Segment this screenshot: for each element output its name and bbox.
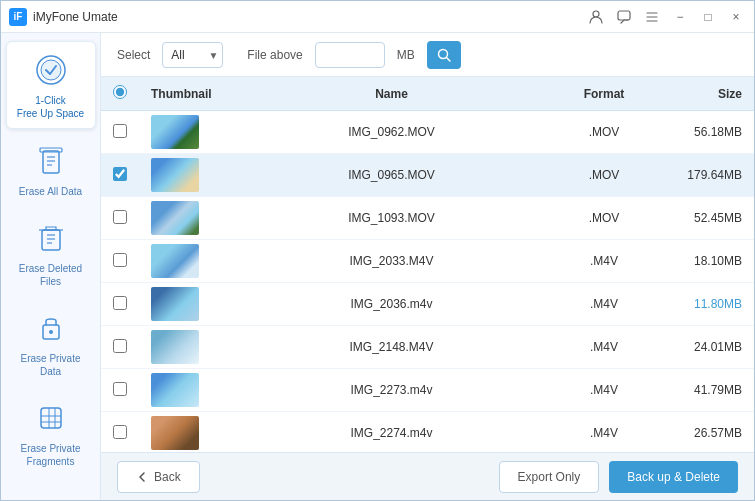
row-size: 26.57MB — [654, 412, 754, 453]
row-checkbox-cell — [101, 154, 139, 197]
menu-icon[interactable] — [642, 7, 662, 27]
thumbnail-image — [151, 115, 199, 149]
svg-point-18 — [49, 330, 53, 334]
row-name: IMG_1093.MOV — [229, 197, 554, 240]
title-bar: iF iMyFone Umate − □ × — [1, 1, 754, 33]
row-size: 52.45MB — [654, 197, 754, 240]
minimize-button[interactable]: − — [670, 7, 690, 27]
row-checkbox-cell — [101, 326, 139, 369]
back-label: Back — [154, 470, 181, 484]
window-controls: − □ × — [586, 7, 746, 27]
row-checkbox[interactable] — [113, 253, 127, 267]
header-checkbox-col — [101, 77, 139, 111]
svg-rect-7 — [43, 151, 59, 173]
row-name: IMG_2036.m4v — [229, 283, 554, 326]
sidebar-label-erase-fragments: Erase Private Fragments — [10, 442, 92, 468]
mb-label: MB — [397, 48, 415, 62]
sidebar-item-erase-fragments[interactable]: Erase Private Fragments — [6, 390, 96, 476]
maximize-button[interactable]: □ — [698, 7, 718, 27]
row-format: .M4V — [554, 283, 654, 326]
sidebar-item-erase-private[interactable]: Erase Private Data — [6, 300, 96, 386]
header-name: Name — [229, 77, 554, 111]
app-logo: iF — [9, 8, 27, 26]
row-name: IMG_0965.MOV — [229, 154, 554, 197]
row-checkbox[interactable] — [113, 124, 127, 138]
row-checkbox-cell — [101, 197, 139, 240]
row-name: IMG_2148.M4V — [229, 326, 554, 369]
table-row: IMG_1093.MOV.MOV52.45MB — [101, 197, 754, 240]
row-checkbox[interactable] — [113, 425, 127, 439]
row-checkbox-cell — [101, 369, 139, 412]
select-wrapper: All None Invert ▼ — [162, 42, 223, 68]
table-row: IMG_0962.MOV.MOV56.18MB — [101, 111, 754, 154]
row-checkbox-cell — [101, 412, 139, 453]
row-thumbnail-cell — [139, 369, 229, 412]
sidebar-item-erase-all[interactable]: Erase All Data — [6, 133, 96, 206]
row-format: .M4V — [554, 240, 654, 283]
header-thumbnail: Thumbnail — [139, 77, 229, 111]
row-size: 11.80MB — [654, 283, 754, 326]
search-icon — [437, 48, 451, 62]
sidebar-item-erase-deleted[interactable]: Erase Deleted Files — [6, 210, 96, 296]
sidebar-label-erase-deleted: Erase Deleted Files — [10, 262, 92, 288]
export-only-button[interactable]: Export Only — [499, 461, 600, 493]
sidebar-label-erase-private: Erase Private Data — [10, 352, 92, 378]
row-format: .M4V — [554, 326, 654, 369]
sidebar: 1-ClickFree Up Space Erase All Data — [1, 33, 101, 500]
backup-delete-button[interactable]: Back up & Delete — [609, 461, 738, 493]
one-click-icon — [31, 50, 71, 90]
row-size: 179.64MB — [654, 154, 754, 197]
app-title: iMyFone Umate — [33, 10, 580, 24]
thumbnail-image — [151, 201, 199, 235]
row-size: 41.79MB — [654, 369, 754, 412]
sidebar-item-one-click[interactable]: 1-ClickFree Up Space — [6, 41, 96, 129]
row-checkbox[interactable] — [113, 382, 127, 396]
svg-line-25 — [446, 57, 450, 61]
back-button[interactable]: Back — [117, 461, 200, 493]
row-checkbox-cell — [101, 111, 139, 154]
thumbnail-image — [151, 330, 199, 364]
row-format: .MOV — [554, 197, 654, 240]
erase-fragments-icon — [31, 398, 71, 438]
table-header-row: Thumbnail Name Format Size — [101, 77, 754, 111]
thumbnail-image — [151, 244, 199, 278]
file-above-label: File above — [247, 48, 302, 62]
header-select-radio[interactable] — [113, 85, 127, 99]
row-checkbox[interactable] — [113, 339, 127, 353]
thumbnail-image — [151, 287, 199, 321]
row-thumbnail-cell — [139, 197, 229, 240]
thumbnail-image — [151, 373, 199, 407]
row-size: 18.10MB — [654, 240, 754, 283]
svg-point-0 — [593, 11, 599, 17]
row-checkbox[interactable] — [113, 210, 127, 224]
row-size: 24.01MB — [654, 326, 754, 369]
search-button[interactable] — [427, 41, 461, 69]
row-thumbnail-cell — [139, 412, 229, 453]
main-content: 1-ClickFree Up Space Erase All Data — [1, 33, 754, 500]
row-checkbox[interactable] — [113, 296, 127, 310]
row-checkbox[interactable] — [113, 167, 127, 181]
select-dropdown[interactable]: All None Invert — [162, 42, 223, 68]
table-row: IMG_2274.m4v.M4V26.57MB — [101, 412, 754, 453]
row-thumbnail-cell — [139, 326, 229, 369]
row-format: .M4V — [554, 412, 654, 453]
sidebar-label-one-click: 1-ClickFree Up Space — [17, 94, 84, 120]
backup-delete-label: Back up & Delete — [627, 470, 720, 484]
profile-icon[interactable] — [586, 7, 606, 27]
svg-rect-19 — [41, 408, 61, 428]
table-row: IMG_2036.m4v.M4V11.80MB — [101, 283, 754, 326]
close-button[interactable]: × — [726, 7, 746, 27]
chat-icon[interactable] — [614, 7, 634, 27]
file-above-input[interactable] — [315, 42, 385, 68]
table-body: IMG_0962.MOV.MOV56.18MBIMG_0965.MOV.MOV1… — [101, 111, 754, 453]
table-row: IMG_0965.MOV.MOV179.64MB — [101, 154, 754, 197]
back-arrow-icon — [136, 471, 148, 483]
row-thumbnail-cell — [139, 240, 229, 283]
svg-point-6 — [41, 60, 61, 80]
select-label: Select — [117, 48, 150, 62]
row-format: .M4V — [554, 369, 654, 412]
row-name: IMG_2273.m4v — [229, 369, 554, 412]
row-format: .MOV — [554, 154, 654, 197]
footer: Back Export Only Back up & Delete — [101, 452, 754, 500]
erase-all-icon — [31, 141, 71, 181]
